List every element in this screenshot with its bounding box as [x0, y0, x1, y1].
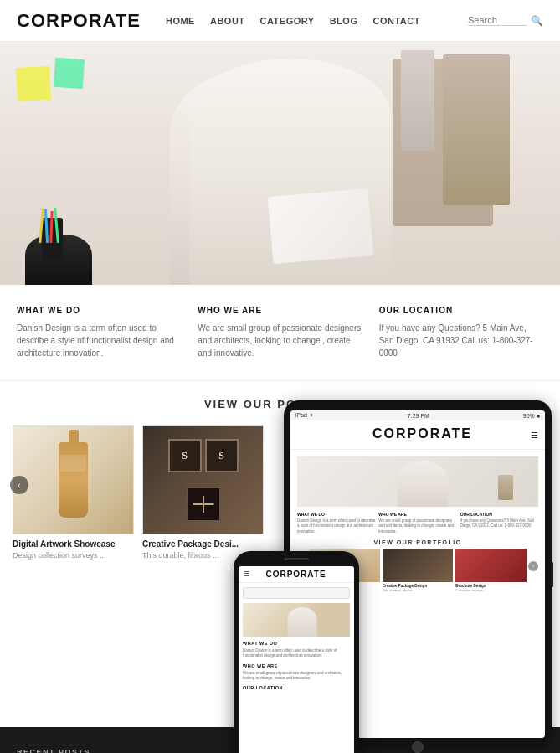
- feature-2-title: WHO WE ARE: [198, 306, 362, 315]
- feature-1-text: Danish Design is a term often used to de…: [17, 322, 181, 359]
- phone-header: ☰ CORPORATE: [239, 566, 354, 583]
- phone-logo: CORPORATE: [265, 570, 326, 579]
- nav-home[interactable]: HOME: [166, 16, 195, 26]
- portfolio-left: ‹ Digital Artwork Showcase Design collec…: [8, 425, 268, 560]
- feature-3-title: OUR LOCATION: [379, 306, 543, 315]
- hero-section: [0, 42, 560, 285]
- tablet-col-1-text: Danish Design is a term often used to de…: [297, 518, 375, 534]
- search-area: 🔍: [468, 15, 543, 27]
- header: CORPORATE HOME ABOUT CATEGORY BLOG CONTA…: [0, 0, 560, 42]
- tablet-port-item-2: Creative Package Design This durable, fi…: [383, 549, 454, 592]
- portfolio-item-2-title: Creative Package Desi...: [142, 539, 264, 549]
- search-input[interactable]: [468, 15, 527, 26]
- tablet-port-3-desc: Collection surveys...: [455, 588, 527, 592]
- recent-posts: RECENT POSTS Digital Artwork Showcase Cr…: [17, 748, 151, 753]
- tablet-portfolio-title: VIEW OUR PORTFOLIO: [297, 539, 538, 545]
- phone-search-bar[interactable]: [243, 587, 350, 599]
- tablet-col-3-text: If you have any Questions? 5 Main Ave, S…: [460, 518, 538, 529]
- phone-device: ☰ CORPORATE W: [234, 551, 359, 753]
- tablet-home-button[interactable]: [412, 741, 424, 753]
- tablet-three-cols: WHAT WE DO Danish Design is a term often…: [297, 512, 538, 534]
- portfolio-thumb-2: S S: [142, 425, 264, 534]
- portfolio-area: ‹ Digital Artwork Showcase Design collec…: [0, 425, 560, 710]
- portfolio-items: ‹ Digital Artwork Showcase Design collec…: [8, 425, 268, 560]
- tablet-status-time: 7:29 PM: [408, 413, 429, 419]
- tablet-next-arrow[interactable]: ›: [528, 561, 538, 571]
- feature-col-2: WHO WE ARE We are small group of passion…: [198, 306, 362, 359]
- features-section: WHAT WE DO Danish Design is a term often…: [0, 285, 560, 381]
- tablet-status-left: iPad ✦: [295, 412, 314, 419]
- portfolio-item-1-title: Digital Artwork Showcase: [13, 539, 134, 549]
- tablet-col-3: OUR LOCATION If you have any Questions? …: [460, 512, 538, 534]
- tablet-col-1: WHAT WE DO Danish Design is a term often…: [297, 512, 375, 534]
- hero-image: [0, 42, 560, 285]
- search-icon[interactable]: 🔍: [531, 15, 543, 27]
- phone-screen: ☰ CORPORATE W: [239, 566, 354, 753]
- portfolio-section: VIEW OUR PORTFOLIO ‹: [0, 381, 560, 727]
- tablet-status-right: 90% ■: [523, 413, 540, 419]
- nav-about[interactable]: ABOUT: [210, 16, 245, 26]
- phone-col-1-text: Danish Design is a term often used to de…: [243, 648, 350, 659]
- feature-3-text: If you have any Questions? 5 Main Ave, S…: [379, 322, 543, 359]
- tablet-col-3-title: OUR LOCATION: [460, 512, 538, 517]
- nav-category[interactable]: CATEGORY: [260, 16, 315, 26]
- phone-hero-image: [243, 603, 350, 637]
- tablet-col-1-title: WHAT WE DO: [297, 512, 375, 517]
- phone-col-3-title: OUR LOCATION: [243, 685, 350, 690]
- tablet-col-2: WHO WE ARE We are small group of passion…: [378, 512, 456, 534]
- devices-mockup: iPad ✦ 7:29 PM 90% ■ CORPORATE ☰: [234, 400, 560, 752]
- feature-col-3: OUR LOCATION If you have any Questions? …: [379, 306, 543, 359]
- main-nav: HOME ABOUT CATEGORY BLOG CONTACT: [166, 16, 468, 26]
- tablet-logo: CORPORATE: [372, 426, 472, 441]
- logo[interactable]: CORPORATE: [17, 10, 141, 32]
- feature-col-1: WHAT WE DO Danish Design is a term often…: [17, 306, 181, 359]
- portfolio-item-1: Digital Artwork Showcase Design collecti…: [13, 425, 134, 560]
- portfolio-item-1-desc: Design collection surveys ...: [13, 551, 134, 560]
- feature-1-title: WHAT WE DO: [17, 306, 181, 315]
- feature-2-text: We are small group of passionate designe…: [198, 322, 362, 359]
- portfolio-item-2: S S Creative Package Desi... Th: [142, 425, 264, 560]
- tablet-status-bar: iPad ✦ 7:29 PM 90% ■: [290, 410, 545, 420]
- nav-blog[interactable]: BLOG: [330, 16, 358, 26]
- tablet-port-thumb-2: [383, 549, 454, 582]
- recent-posts-title: RECENT POSTS: [17, 748, 151, 753]
- tablet-col-2-text: We are small group of passionate designe…: [378, 518, 456, 534]
- portfolio-thumb-1: [13, 425, 134, 534]
- tablet-port-2-desc: This durable, fibrous...: [383, 588, 454, 592]
- tablet-col-2-title: WHO WE ARE: [378, 512, 456, 517]
- portfolio-prev-arrow[interactable]: ‹: [10, 476, 28, 494]
- phone-content: WHAT WE DO Danish Design is a term often…: [239, 583, 354, 697]
- phone-col-1-title: WHAT WE DO: [243, 641, 350, 646]
- nav-contact[interactable]: CONTACT: [372, 16, 419, 26]
- phone-col-2-text: We are small group of passionate designe…: [243, 671, 350, 682]
- tablet-port-item-3: Brochure Design Collection surveys...: [455, 549, 527, 592]
- phone-col-2-title: WHO WE ARE: [243, 663, 350, 668]
- tablet-port-thumb-3: [455, 549, 527, 582]
- tablet-hero: [297, 456, 538, 507]
